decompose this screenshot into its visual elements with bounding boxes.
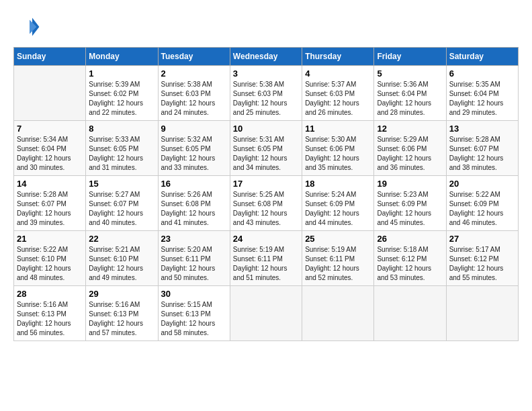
calendar-cell: 15Sunrise: 5:27 AMSunset: 6:07 PMDayligh… bbox=[86, 176, 158, 231]
calendar-cell: 29Sunrise: 5:16 AMSunset: 6:13 PMDayligh… bbox=[86, 286, 158, 341]
calendar-cell: 27Sunrise: 5:17 AMSunset: 6:12 PMDayligh… bbox=[446, 231, 518, 286]
cell-content: Sunrise: 5:16 AMSunset: 6:13 PMDaylight:… bbox=[89, 300, 154, 338]
day-number: 5 bbox=[377, 68, 443, 79]
cell-content: Sunrise: 5:22 AMSunset: 6:09 PMDaylight:… bbox=[449, 190, 515, 228]
calendar-cell: 14Sunrise: 5:28 AMSunset: 6:07 PMDayligh… bbox=[14, 176, 86, 231]
cell-content: Sunrise: 5:22 AMSunset: 6:10 PMDaylight:… bbox=[17, 245, 83, 283]
page-header bbox=[13, 13, 519, 40]
calendar-cell: 9Sunrise: 5:32 AMSunset: 6:05 PMDaylight… bbox=[158, 121, 230, 176]
cell-content: Sunrise: 5:39 AMSunset: 6:02 PMDaylight:… bbox=[89, 80, 154, 118]
cell-content: Sunrise: 5:19 AMSunset: 6:11 PMDaylight:… bbox=[233, 245, 299, 283]
day-number: 17 bbox=[233, 179, 299, 189]
day-number: 21 bbox=[17, 234, 83, 244]
calendar-week-row: 28Sunrise: 5:16 AMSunset: 6:13 PMDayligh… bbox=[14, 286, 519, 341]
column-header-saturday: Saturday bbox=[446, 48, 518, 66]
calendar-cell: 20Sunrise: 5:22 AMSunset: 6:09 PMDayligh… bbox=[446, 176, 518, 231]
day-number: 1 bbox=[89, 68, 154, 79]
calendar-cell: 23Sunrise: 5:20 AMSunset: 6:11 PMDayligh… bbox=[158, 231, 230, 286]
column-header-wednesday: Wednesday bbox=[230, 48, 302, 66]
day-number: 18 bbox=[305, 179, 371, 189]
cell-content: Sunrise: 5:19 AMSunset: 6:11 PMDaylight:… bbox=[305, 245, 371, 283]
day-number: 13 bbox=[449, 124, 515, 134]
calendar-cell: 28Sunrise: 5:16 AMSunset: 6:13 PMDayligh… bbox=[14, 286, 86, 341]
cell-content: Sunrise: 5:38 AMSunset: 6:03 PMDaylight:… bbox=[233, 80, 299, 118]
calendar-cell: 17Sunrise: 5:25 AMSunset: 6:08 PMDayligh… bbox=[230, 176, 302, 231]
day-number: 22 bbox=[89, 234, 154, 244]
cell-content: Sunrise: 5:37 AMSunset: 6:03 PMDaylight:… bbox=[305, 80, 371, 118]
day-number: 8 bbox=[89, 124, 154, 134]
day-number: 26 bbox=[377, 234, 443, 244]
cell-content: Sunrise: 5:16 AMSunset: 6:13 PMDaylight:… bbox=[17, 300, 83, 338]
cell-content: Sunrise: 5:23 AMSunset: 6:09 PMDaylight:… bbox=[377, 190, 443, 228]
cell-content: Sunrise: 5:30 AMSunset: 6:06 PMDaylight:… bbox=[305, 135, 371, 173]
calendar-cell: 10Sunrise: 5:31 AMSunset: 6:05 PMDayligh… bbox=[230, 121, 302, 176]
cell-content: Sunrise: 5:33 AMSunset: 6:05 PMDaylight:… bbox=[89, 135, 154, 173]
cell-content: Sunrise: 5:15 AMSunset: 6:13 PMDaylight:… bbox=[161, 300, 227, 338]
calendar-cell: 26Sunrise: 5:18 AMSunset: 6:12 PMDayligh… bbox=[374, 231, 446, 286]
day-number: 12 bbox=[377, 124, 443, 134]
cell-content: Sunrise: 5:32 AMSunset: 6:05 PMDaylight:… bbox=[161, 135, 227, 173]
calendar-cell: 8Sunrise: 5:33 AMSunset: 6:05 PMDaylight… bbox=[86, 121, 158, 176]
calendar-header-row: SundayMondayTuesdayWednesdayThursdayFrid… bbox=[14, 48, 519, 66]
calendar-cell bbox=[14, 66, 86, 121]
logo bbox=[13, 13, 43, 40]
calendar-cell: 6Sunrise: 5:35 AMSunset: 6:04 PMDaylight… bbox=[446, 66, 518, 121]
cell-content: Sunrise: 5:34 AMSunset: 6:04 PMDaylight:… bbox=[17, 135, 83, 173]
calendar-cell: 11Sunrise: 5:30 AMSunset: 6:06 PMDayligh… bbox=[302, 121, 374, 176]
day-number: 7 bbox=[17, 124, 83, 134]
cell-content: Sunrise: 5:21 AMSunset: 6:10 PMDaylight:… bbox=[89, 245, 154, 283]
day-number: 11 bbox=[305, 124, 371, 134]
calendar-cell: 2Sunrise: 5:38 AMSunset: 6:03 PMDaylight… bbox=[158, 66, 230, 121]
cell-content: Sunrise: 5:27 AMSunset: 6:07 PMDaylight:… bbox=[89, 190, 154, 228]
day-number: 10 bbox=[233, 124, 299, 134]
calendar-cell: 22Sunrise: 5:21 AMSunset: 6:10 PMDayligh… bbox=[86, 231, 158, 286]
calendar-cell bbox=[302, 286, 374, 341]
day-number: 23 bbox=[161, 234, 227, 244]
calendar-cell bbox=[374, 286, 446, 341]
calendar-cell: 7Sunrise: 5:34 AMSunset: 6:04 PMDaylight… bbox=[14, 121, 86, 176]
cell-content: Sunrise: 5:38 AMSunset: 6:03 PMDaylight:… bbox=[161, 80, 227, 118]
day-number: 2 bbox=[161, 68, 227, 79]
column-header-friday: Friday bbox=[374, 48, 446, 66]
day-number: 3 bbox=[233, 68, 299, 79]
calendar-cell: 3Sunrise: 5:38 AMSunset: 6:03 PMDaylight… bbox=[230, 66, 302, 121]
day-number: 24 bbox=[233, 234, 299, 244]
calendar-table: SundayMondayTuesdayWednesdayThursdayFrid… bbox=[13, 47, 519, 341]
calendar-week-row: 14Sunrise: 5:28 AMSunset: 6:07 PMDayligh… bbox=[14, 176, 519, 231]
day-number: 20 bbox=[449, 179, 515, 189]
calendar-cell: 30Sunrise: 5:15 AMSunset: 6:13 PMDayligh… bbox=[158, 286, 230, 341]
calendar-week-row: 1Sunrise: 5:39 AMSunset: 6:02 PMDaylight… bbox=[14, 66, 519, 121]
cell-content: Sunrise: 5:20 AMSunset: 6:11 PMDaylight:… bbox=[161, 245, 227, 283]
cell-content: Sunrise: 5:29 AMSunset: 6:06 PMDaylight:… bbox=[377, 135, 443, 173]
calendar-cell: 16Sunrise: 5:26 AMSunset: 6:08 PMDayligh… bbox=[158, 176, 230, 231]
calendar-cell: 1Sunrise: 5:39 AMSunset: 6:02 PMDaylight… bbox=[86, 66, 158, 121]
cell-content: Sunrise: 5:31 AMSunset: 6:05 PMDaylight:… bbox=[233, 135, 299, 173]
calendar-cell: 13Sunrise: 5:28 AMSunset: 6:07 PMDayligh… bbox=[446, 121, 518, 176]
calendar-cell: 19Sunrise: 5:23 AMSunset: 6:09 PMDayligh… bbox=[374, 176, 446, 231]
day-number: 6 bbox=[449, 68, 515, 79]
column-header-tuesday: Tuesday bbox=[158, 48, 230, 66]
day-number: 27 bbox=[449, 234, 515, 244]
calendar-cell bbox=[446, 286, 518, 341]
column-header-monday: Monday bbox=[86, 48, 158, 66]
day-number: 30 bbox=[161, 289, 227, 299]
day-number: 25 bbox=[305, 234, 371, 244]
day-number: 19 bbox=[377, 179, 443, 189]
day-number: 15 bbox=[89, 179, 154, 189]
cell-content: Sunrise: 5:35 AMSunset: 6:04 PMDaylight:… bbox=[449, 80, 515, 118]
day-number: 9 bbox=[161, 124, 227, 134]
logo-icon bbox=[13, 13, 40, 40]
calendar-cell: 24Sunrise: 5:19 AMSunset: 6:11 PMDayligh… bbox=[230, 231, 302, 286]
column-header-sunday: Sunday bbox=[14, 48, 86, 66]
calendar-cell: 25Sunrise: 5:19 AMSunset: 6:11 PMDayligh… bbox=[302, 231, 374, 286]
day-number: 29 bbox=[89, 289, 154, 299]
calendar-cell: 18Sunrise: 5:24 AMSunset: 6:09 PMDayligh… bbox=[302, 176, 374, 231]
cell-content: Sunrise: 5:17 AMSunset: 6:12 PMDaylight:… bbox=[449, 245, 515, 283]
day-number: 14 bbox=[17, 179, 83, 189]
day-number: 28 bbox=[17, 289, 83, 299]
cell-content: Sunrise: 5:36 AMSunset: 6:04 PMDaylight:… bbox=[377, 80, 443, 118]
calendar-week-row: 7Sunrise: 5:34 AMSunset: 6:04 PMDaylight… bbox=[14, 121, 519, 176]
calendar-cell: 4Sunrise: 5:37 AMSunset: 6:03 PMDaylight… bbox=[302, 66, 374, 121]
calendar-week-row: 21Sunrise: 5:22 AMSunset: 6:10 PMDayligh… bbox=[14, 231, 519, 286]
column-header-thursday: Thursday bbox=[302, 48, 374, 66]
